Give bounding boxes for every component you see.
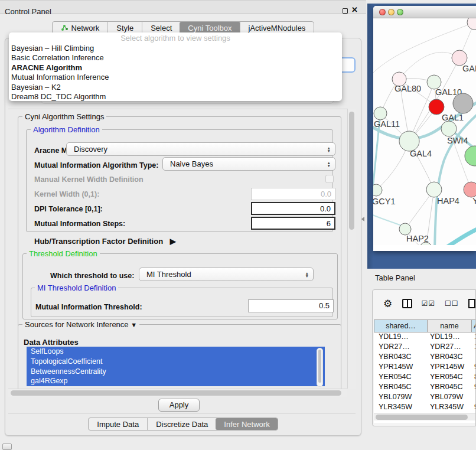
sources-group-title[interactable]: Sources for Network Inference ▼ (22, 320, 139, 329)
table-header-row: shared… name A (374, 319, 476, 332)
table-row[interactable]: YDR27…YDR27…12 (374, 343, 476, 353)
mi-steps-field[interactable]: 6 (251, 217, 335, 230)
tab-style[interactable]: Style (107, 22, 142, 34)
network-node[interactable] (441, 121, 457, 136)
divider (8, 413, 356, 414)
table-row[interactable]: YER054CYER054C8. (374, 373, 476, 383)
tab-discretize-data[interactable]: Discretize Data (147, 418, 216, 430)
algorithm-option-list: Bayesian – Hill ClimbingBasic Correlatio… (9, 44, 342, 102)
close-traffic-light-icon[interactable] (379, 9, 386, 15)
tab-impute-data[interactable]: Impute Data (89, 418, 147, 430)
data-attributes-list[interactable]: SelfLoopsTopologicalCoefficientBetweenne… (27, 347, 325, 389)
sources-title-label: Sources for Network Inference (25, 320, 129, 329)
close-icon[interactable]: ✕ (351, 5, 358, 14)
algorithm-option[interactable]: Dream8 DC_TDC Algorithm (9, 92, 342, 102)
algorithm-option[interactable]: Mutual Information Inference (9, 73, 342, 82)
table-cell: YBL079W (374, 393, 428, 403)
aracne-mode-select[interactable]: Discovery ▲▼ (66, 142, 335, 156)
table-cell: 8. (472, 373, 476, 383)
table-cell: YDR27… (428, 343, 472, 353)
table-row[interactable]: YDL19…YDL19…13 (374, 332, 476, 343)
network-canvas[interactable]: GALGAL80GAL10GAL1GAL11SWI4GAL4GCY1HAP4YH… (373, 18, 476, 245)
column-header-clipped[interactable]: A (472, 319, 476, 332)
gear-icon[interactable]: ⚙ (383, 298, 392, 310)
tab-network[interactable]: Network (53, 22, 108, 34)
column-header-name[interactable]: name (428, 319, 472, 332)
network-node[interactable] (467, 18, 476, 30)
network-window-titlebar[interactable] (373, 6, 476, 18)
mi-algorithm-type-select[interactable]: Naive Bayes ▲▼ (162, 157, 335, 171)
control-panel-header (0, 0, 366, 14)
algorithm-option[interactable]: Bayesian – K2 (9, 83, 342, 92)
table-row[interactable]: YLR345WYLR345W9. (374, 403, 476, 413)
table-panel-title: Table Panel (375, 273, 415, 282)
which-threshold-label: Which threshold to use: (50, 272, 134, 280)
table-cell (472, 393, 476, 403)
kernel-width-field[interactable]: 0.0 (251, 188, 335, 200)
table-row[interactable]: YBL079WYBL079W (374, 393, 476, 403)
cyni-algorithm-settings-title: Cyni Algorithm Settings (22, 112, 106, 121)
tab-jactivemnodules[interactable]: jActiveMNodules (240, 22, 314, 34)
table-row[interactable]: YBR045CYBR045C9. (374, 383, 476, 393)
expand-down-icon: ▼ (131, 321, 137, 328)
tab-style-label: Style (116, 24, 133, 32)
attribute-list-item[interactable]: BetweennessCentrality (27, 367, 325, 377)
network-window[interactable]: GALGAL80GAL10GAL1GAL11SWI4GAL4GCY1HAP4YH… (373, 6, 476, 251)
table-cell: 9. (472, 363, 476, 373)
table-cell: YDL19… (374, 332, 428, 343)
network-node[interactable] (399, 223, 411, 235)
spinner-arrows-icon: ▲▼ (327, 161, 331, 167)
select-all-checkboxes-icon[interactable]: ☑☑ (422, 299, 436, 308)
attributes-scrollbar[interactable] (317, 348, 323, 387)
zoom-traffic-light-icon[interactable] (397, 9, 403, 15)
table-horizontal-scrollbar[interactable] (374, 413, 475, 420)
network-node[interactable] (426, 182, 442, 197)
network-node[interactable] (453, 93, 473, 113)
network-node[interactable] (399, 131, 419, 151)
table-row[interactable]: YBR043CYBR043C (374, 353, 476, 363)
network-node[interactable] (374, 107, 387, 120)
algorithm-option[interactable]: Basic Correlation Inference (9, 53, 342, 63)
tab-cyni-toolbox[interactable]: Cyni Toolbox (180, 22, 240, 34)
algorithm-option[interactable]: Bayesian – Hill Climbing (9, 44, 342, 53)
aracne-mode-value: Discovery (74, 145, 107, 154)
export-table-icon[interactable] (468, 299, 475, 308)
bottom-tabbar: Impute Data Discretize Data Infer Networ… (0, 418, 366, 431)
settings-horizontal-scrollbar[interactable] (8, 389, 347, 397)
node-label: GAL11 (374, 119, 400, 129)
spinner-arrows-icon: ▲▼ (327, 146, 331, 152)
network-node[interactable] (464, 182, 476, 197)
dpi-tolerance-field[interactable]: 0.0 (251, 202, 335, 215)
settings-vertical-scrollbar[interactable] (347, 109, 356, 389)
table-row[interactable]: YPR145WYPR145W9. (374, 363, 476, 373)
threshold-definition-title: Threshold Definition (27, 249, 100, 258)
minimize-traffic-light-icon[interactable] (388, 9, 395, 15)
deselect-all-checkboxes-icon[interactable]: ☐☐ (445, 299, 459, 308)
float-window-icon[interactable] (343, 8, 348, 14)
attribute-list-item[interactable]: gal4RGexp (27, 376, 325, 386)
apply-button[interactable]: Apply (158, 399, 200, 412)
tab-select[interactable]: Select (142, 22, 180, 34)
algorithm-option[interactable]: ARACNE Algorithm (9, 63, 342, 73)
table-cell: YBR045C (428, 383, 472, 393)
hub-definition-toggle[interactable]: Hub/Transcription Factor Definition ▶ (34, 237, 176, 246)
network-node[interactable] (373, 184, 382, 196)
column-header-shared-name[interactable]: shared… (374, 319, 428, 332)
node-label: GAL (462, 64, 476, 73)
tab-infer-network[interactable]: Infer Network (216, 418, 278, 430)
table-cell: 9. (472, 383, 476, 393)
table-cell: YBR043C (374, 353, 428, 363)
table-cell: 9. (472, 403, 476, 413)
restore-panel-icon[interactable] (2, 444, 12, 450)
splitter-collapse-icon[interactable] (361, 217, 364, 221)
network-node[interactable] (465, 146, 476, 166)
data-attributes-label: Data Attributes (24, 338, 79, 347)
mi-threshold-field[interactable]: 0.5 (248, 299, 334, 312)
columns-icon[interactable] (402, 299, 412, 308)
algorithm-dropdown-popup: Select algorithm to view settings Bayesi… (9, 32, 342, 101)
manual-kernel-width-checkbox[interactable] (325, 175, 334, 183)
control-panel-title: Control Panel (5, 7, 51, 16)
attribute-list-item[interactable]: SelfLoops (27, 347, 325, 357)
attribute-list-item[interactable]: TopologicalCoefficient (27, 357, 325, 367)
which-threshold-select[interactable]: MI Threshold ▲▼ (139, 268, 314, 281)
